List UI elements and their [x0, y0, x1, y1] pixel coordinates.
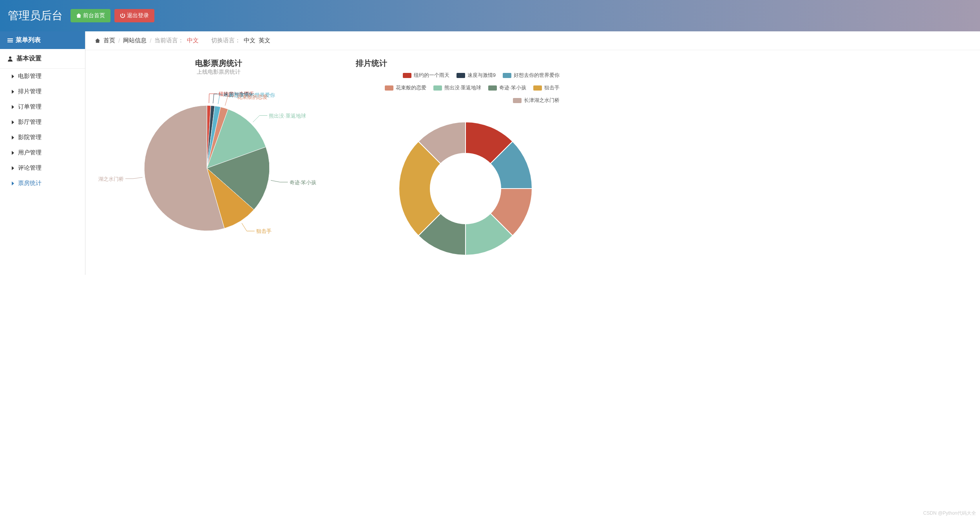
sidebar-item-label: 评论管理: [18, 164, 42, 172]
current-lang-label: 当前语言：: [154, 37, 184, 44]
sidebar-item-4[interactable]: 影院管理: [0, 130, 85, 145]
legend-swatch: [403, 73, 411, 78]
breadcrumb-home-icon: [95, 38, 100, 44]
caret-icon: [12, 181, 14, 185]
caret-icon: [12, 166, 14, 170]
legend-swatch: [503, 73, 511, 78]
legend-label: 奇迹·笨小孩: [499, 84, 526, 91]
legend-swatch: [385, 85, 393, 91]
sidebar-item-1[interactable]: 排片管理: [0, 84, 85, 99]
user-icon: [7, 56, 13, 62]
legend-label: 狙击手: [544, 84, 560, 91]
sidebar-item-6[interactable]: 评论管理: [0, 160, 85, 176]
sidebar-item-label: 影厅管理: [18, 118, 42, 126]
top-header: 管理员后台 前台首页 退出登录: [0, 0, 980, 31]
chart-title-2: 排片统计: [356, 58, 575, 69]
legend-item[interactable]: 熊出没·重返地球: [433, 84, 482, 91]
donut-chart-svg: [387, 110, 544, 267]
sidebar-item-label: 票房统计: [18, 180, 42, 187]
sidebar-item-2[interactable]: 订单管理: [0, 99, 85, 114]
breadcrumb: 首页 / 网站信息 / 当前语言： 中文 切换语言： 中文 英文: [85, 31, 980, 50]
sidebar-item-label: 影院管理: [18, 134, 42, 141]
sidebar-item-label: 排片管理: [18, 88, 42, 95]
caret-icon: [12, 74, 14, 78]
legend-item[interactable]: 奇迹·笨小孩: [488, 84, 526, 91]
legend-label: 好想去你的世界爱你: [514, 72, 560, 79]
legend-item[interactable]: 速度与激情9: [456, 72, 496, 79]
pie-chart-svg: [97, 78, 340, 243]
current-lang-value: 中文: [187, 37, 199, 44]
legend-item[interactable]: 纽约的一个雨天: [403, 72, 449, 79]
legend-label: 长津湖之水门桥: [524, 97, 560, 104]
chart-schedule: 排片统计 纽约的一个雨天速度与激情9好想去你的世界爱你花束般的恋爱熊出没·重返地…: [356, 58, 575, 267]
legend-swatch: [533, 85, 542, 91]
breadcrumb-sep: /: [150, 37, 151, 44]
lang-link-zh[interactable]: 中文: [244, 37, 255, 44]
logout-label: 退出登录: [127, 12, 149, 19]
breadcrumb-sep: /: [118, 37, 120, 44]
legend-swatch: [513, 98, 522, 103]
legend-label: 花束般的恋爱: [396, 84, 426, 91]
power-icon: [120, 13, 125, 18]
sidebar-item-0[interactable]: 电影管理: [0, 69, 85, 84]
sidebar-item-label: 订单管理: [18, 103, 42, 111]
chart-box-office: 电影票房统计 上线电影票房统计 纽约的一个雨天速度与激情9好想去你的世界爱你花束…: [97, 58, 340, 267]
caret-icon: [12, 120, 14, 124]
caret-icon: [12, 136, 14, 140]
sidebar-item-label: 电影管理: [18, 73, 42, 80]
breadcrumb-home[interactable]: 首页: [103, 37, 115, 44]
sidebar-section-basic[interactable]: 基本设置: [0, 49, 85, 69]
logout-button[interactable]: 退出登录: [114, 9, 154, 22]
chart-legend: 纽约的一个雨天速度与激情9好想去你的世界爱你花束般的恋爱熊出没·重返地球奇迹·笨…: [356, 72, 560, 104]
frontend-home-button[interactable]: 前台首页: [71, 9, 110, 22]
sidebar-section-label: 基本设置: [16, 54, 42, 63]
legend-swatch: [456, 73, 465, 78]
chart-subtitle-1: 上线电影票房统计: [97, 69, 340, 76]
legend-label: 速度与激情9: [467, 72, 496, 79]
sidebar-item-label: 用户管理: [18, 149, 42, 156]
legend-swatch: [433, 85, 442, 91]
legend-swatch: [488, 85, 497, 91]
sidebar-menu-title: 菜单列表: [16, 36, 41, 44]
main-content: 首页 / 网站信息 / 当前语言： 中文 切换语言： 中文 英文 电影票房统计 …: [85, 31, 980, 275]
caret-icon: [12, 151, 14, 155]
legend-item[interactable]: 好想去你的世界爱你: [503, 72, 560, 79]
caret-icon: [12, 105, 14, 109]
sidebar-item-3[interactable]: 影厅管理: [0, 114, 85, 130]
app-title: 管理员后台: [8, 8, 63, 23]
switch-lang-label: 切换语言：: [211, 37, 241, 44]
list-icon: [7, 37, 13, 44]
legend-label: 熊出没·重返地球: [444, 84, 482, 91]
sidebar-item-7[interactable]: 票房统计: [0, 176, 85, 191]
breadcrumb-page: 网站信息: [123, 37, 147, 44]
legend-label: 纽约的一个雨天: [414, 72, 449, 79]
legend-item[interactable]: 狙击手: [533, 84, 560, 91]
legend-item[interactable]: 花束般的恋爱: [385, 84, 426, 91]
chart-title-1: 电影票房统计: [97, 58, 340, 69]
legend-item[interactable]: 长津湖之水门桥: [513, 97, 560, 104]
sidebar-item-5[interactable]: 用户管理: [0, 145, 85, 160]
caret-icon: [12, 90, 14, 94]
home-icon: [76, 13, 82, 18]
sidebar-menu-header: 菜单列表: [0, 31, 85, 49]
sidebar: 菜单列表 基本设置 电影管理排片管理订单管理影厅管理影院管理用户管理评论管理票房…: [0, 31, 85, 275]
frontend-home-label: 前台首页: [83, 12, 105, 19]
lang-link-en[interactable]: 英文: [259, 37, 270, 44]
